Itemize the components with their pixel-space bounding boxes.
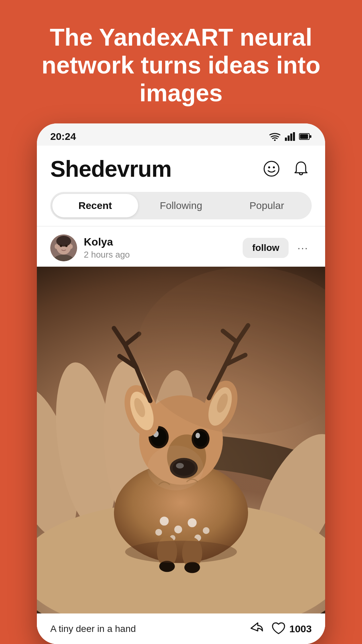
header-icons bbox=[261, 158, 312, 179]
follow-button[interactable]: follow bbox=[243, 238, 289, 258]
svg-point-40 bbox=[195, 433, 200, 439]
tab-popular[interactable]: Popular bbox=[224, 194, 310, 217]
share-button[interactable] bbox=[248, 621, 263, 637]
svg-rect-3 bbox=[288, 136, 290, 141]
svg-point-59 bbox=[125, 541, 237, 563]
svg-point-14 bbox=[56, 236, 71, 247]
avatar-style-button[interactable] bbox=[261, 158, 282, 179]
svg-point-49 bbox=[188, 519, 197, 528]
more-options-button[interactable]: ··· bbox=[294, 238, 312, 258]
post-time: 2 hours ago bbox=[84, 250, 236, 260]
avatar[interactable] bbox=[50, 234, 77, 261]
post-image[interactable] bbox=[37, 267, 325, 613]
avatar-image bbox=[50, 234, 77, 261]
svg-point-39 bbox=[194, 431, 207, 447]
status-time: 20:24 bbox=[50, 131, 76, 142]
post-footer: A tiny deer in a hand bbox=[37, 613, 325, 644]
phone-frame: 20:24 bbox=[37, 123, 325, 644]
status-bar: 20:24 bbox=[37, 123, 325, 146]
svg-point-47 bbox=[160, 517, 169, 526]
bell-icon bbox=[292, 160, 310, 177]
svg-point-17 bbox=[60, 245, 62, 247]
share-icon bbox=[248, 621, 263, 637]
notification-button[interactable] bbox=[290, 158, 312, 179]
svg-rect-8 bbox=[310, 135, 311, 138]
hero-title: The YandexART neural network turns ideas… bbox=[0, 0, 362, 123]
svg-point-58 bbox=[147, 446, 203, 490]
tab-recent[interactable]: Recent bbox=[52, 194, 138, 217]
signal-icon bbox=[285, 132, 295, 141]
svg-point-18 bbox=[65, 245, 68, 247]
tab-following[interactable]: Following bbox=[138, 194, 224, 217]
post-username: Kolya bbox=[84, 236, 236, 248]
svg-rect-5 bbox=[293, 132, 295, 141]
svg-point-1 bbox=[274, 140, 276, 141]
status-icons bbox=[269, 132, 312, 141]
svg-point-10 bbox=[268, 166, 270, 168]
post-user-info: Kolya 2 hours ago bbox=[84, 236, 236, 260]
wifi-icon bbox=[269, 132, 281, 141]
post-footer-actions: 1003 bbox=[248, 621, 312, 637]
tabs-container: Recent Following Popular bbox=[50, 192, 312, 219]
svg-rect-4 bbox=[290, 133, 292, 141]
svg-rect-2 bbox=[285, 138, 287, 141]
svg-point-16 bbox=[69, 244, 73, 249]
svg-point-9 bbox=[264, 161, 279, 176]
like-count: 1003 bbox=[289, 623, 312, 635]
post-header: Kolya 2 hours ago follow ··· bbox=[37, 226, 325, 267]
post-container: Kolya 2 hours ago follow ··· bbox=[37, 226, 325, 644]
svg-point-15 bbox=[55, 244, 58, 249]
post-actions: follow ··· bbox=[243, 238, 312, 258]
app-content: Shedevrum bbox=[37, 146, 325, 644]
app-header: Shedevrum bbox=[37, 146, 325, 189]
face-smile-icon bbox=[263, 160, 280, 177]
svg-rect-7 bbox=[300, 134, 308, 139]
like-button[interactable]: 1003 bbox=[271, 621, 312, 637]
post-caption: A tiny deer in a hand bbox=[50, 624, 248, 634]
app-title: Shedevrum bbox=[50, 156, 171, 182]
svg-point-50 bbox=[203, 527, 209, 534]
heart-icon bbox=[271, 621, 286, 637]
svg-point-11 bbox=[273, 166, 275, 168]
svg-point-57 bbox=[184, 562, 200, 573]
battery-icon bbox=[299, 133, 312, 140]
svg-point-51 bbox=[155, 529, 162, 536]
svg-point-48 bbox=[174, 526, 182, 533]
